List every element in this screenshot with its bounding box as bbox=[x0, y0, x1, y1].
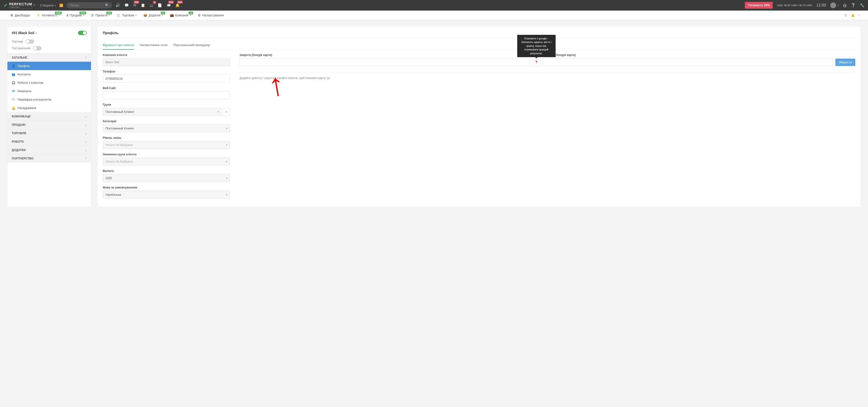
section-trade[interactable]: ТОРГІВЛЯ⌄ bbox=[7, 129, 91, 137]
wrench-icon[interactable]: 🔧 bbox=[860, 3, 864, 7]
discount-label: Знижкова група клієнта bbox=[103, 153, 230, 156]
doc-icon[interactable]: 📄 bbox=[157, 3, 162, 7]
groups-select[interactable]: Постоянный Клиент ▾ bbox=[103, 108, 221, 116]
section-addons-label: ДОДАТКИ bbox=[12, 148, 26, 152]
readiness-button[interactable]: Готовність 20% bbox=[745, 2, 773, 9]
stats-icon[interactable]: 📶 bbox=[59, 4, 63, 7]
power-icon[interactable]: ⏻ bbox=[843, 3, 847, 7]
lat-input[interactable] bbox=[240, 58, 530, 66]
chevron-up-icon: ⌃ bbox=[85, 56, 87, 59]
clipboard-icon[interactable]: 📋 bbox=[141, 3, 145, 7]
phone-input[interactable] bbox=[103, 75, 230, 83]
google-tooltip: Отримати з google - Заповніть адресу, мі… bbox=[517, 35, 556, 57]
thumbs-icon[interactable]: 👍 bbox=[851, 13, 855, 17]
search-input[interactable]: Пошук... 🔍 bbox=[66, 2, 112, 8]
chevron-down-icon: ▾ bbox=[55, 4, 56, 7]
logo-reg: ® bbox=[34, 4, 35, 6]
partner-toggle[interactable] bbox=[26, 39, 34, 44]
tasks-icon[interactable]: 🗂 4 bbox=[150, 3, 153, 7]
nav-trade[interactable]: 🛒 Торгівля ▾ bbox=[114, 13, 140, 17]
tab-custom-field[interactable]: Налаштоване поле bbox=[140, 41, 167, 50]
groups-value: Постоянный Клиент bbox=[105, 110, 134, 114]
menu-contacts[interactable]: 👥 Контакти bbox=[7, 70, 91, 79]
knowledge-select[interactable]: Нічого Не Вибрано ▾ bbox=[103, 141, 230, 149]
menu-counterparty-label: Перевірка контрагентів bbox=[18, 98, 51, 101]
fetch-google-button[interactable]: 📍 Отримати з google - Заповніть адресу, … bbox=[532, 59, 540, 66]
menu-contacts-label: Контакти bbox=[18, 72, 30, 76]
nav-label: Компанія bbox=[175, 13, 188, 17]
nav-badge: 1693 bbox=[55, 11, 62, 14]
lon-input[interactable] bbox=[543, 58, 833, 66]
lon-label: Довгота (Google карти) bbox=[543, 53, 833, 57]
shield-icon: 🛡 bbox=[12, 98, 15, 101]
nav-company[interactable]: 💼 Компанія ▾ 18 bbox=[167, 13, 194, 17]
nav-dashboards[interactable]: 🖥 Дашборди bbox=[7, 13, 33, 17]
stack-icon[interactable]: ☰ bbox=[844, 13, 847, 17]
sidebar-header: #51 Black Soil ▾ bbox=[7, 31, 91, 38]
nav-badge: 22 bbox=[161, 11, 165, 14]
menu-profile[interactable]: 👤 Профіль bbox=[7, 62, 91, 70]
user-menu[interactable]: ▾ bbox=[830, 2, 839, 8]
add-group-button[interactable]: + bbox=[223, 108, 230, 116]
company-input bbox=[103, 58, 230, 66]
tab-personal-manager[interactable]: Персональний менеджер bbox=[173, 41, 210, 50]
help-icon[interactable]: ❔ bbox=[851, 3, 856, 7]
menu-reminders-label: Нагадування bbox=[18, 106, 36, 110]
menu-work[interactable]: 🎧 Робота з клієнтом bbox=[7, 79, 91, 87]
website-input[interactable] bbox=[103, 91, 230, 99]
chevron-down-icon: ⌄ bbox=[85, 115, 87, 118]
category-select[interactable]: Постоянный Клиент ▾ bbox=[103, 124, 230, 132]
section-general[interactable]: ЗАГАЛЬНЕ ⌃ bbox=[7, 53, 91, 62]
topbar: ✔ PERFECTUM CRM+ERP ® Створити ▾ 📶 Пошук… bbox=[0, 0, 868, 10]
main-panel: Профіль Відомості про клієнта Налаштован… bbox=[97, 26, 861, 207]
groups-label: Групи bbox=[103, 103, 230, 106]
menu-reminders[interactable]: 🔔 Нагадування bbox=[7, 104, 91, 112]
clock-label: 11:00 bbox=[816, 3, 826, 7]
monitor-icon: 🖥 bbox=[10, 13, 13, 17]
nav-projects[interactable]: ☰ Проєкти ▾ 220 bbox=[88, 13, 113, 17]
nav-activities[interactable]: ⚡ Активності ▾ 1693 bbox=[34, 13, 63, 17]
section-work[interactable]: РОБОТА⌄ bbox=[7, 137, 91, 146]
client-title[interactable]: #51 Black Soil ▾ bbox=[12, 31, 37, 35]
nav-settings[interactable]: ⚙ Налаштування bbox=[195, 13, 227, 17]
active-toggle[interactable] bbox=[78, 31, 87, 35]
tab-client-info[interactable]: Відомості про клієнта bbox=[103, 41, 134, 50]
save-button[interactable]: Зберегти bbox=[835, 59, 855, 66]
mail-icon[interactable]: ✉ 232 bbox=[133, 3, 136, 7]
phone-label: Телефон bbox=[103, 70, 230, 73]
section-addons[interactable]: ДОДАТКИ⌄ bbox=[7, 146, 91, 154]
lang-value: Українська bbox=[105, 193, 121, 196]
section-sales[interactable]: ПРОДАЖІ⌄ bbox=[7, 121, 91, 129]
lat-label: Широта (Google карти) bbox=[240, 53, 530, 57]
section-comm[interactable]: КОМУНІКАЦІЇ⌄ bbox=[7, 112, 91, 121]
knowledge-label: Рівень знань bbox=[103, 136, 230, 139]
supplier-toggle[interactable] bbox=[33, 46, 41, 51]
bell-icon[interactable]: 🔔 543 bbox=[175, 3, 180, 7]
discount-select[interactable]: Нічого Не Вибрано ▾ bbox=[103, 158, 230, 165]
inbox-icon[interactable]: 📨 914 bbox=[166, 3, 171, 7]
lang-select[interactable]: Українська ▾ bbox=[103, 191, 230, 198]
category-value: Постоянный Клиент bbox=[105, 127, 134, 130]
chevron-up-icon: ⌃ bbox=[85, 157, 87, 160]
partner-row: Партнер bbox=[12, 39, 87, 44]
sidebar-roles: Партнер Постачальник bbox=[7, 38, 91, 53]
chevron-down-icon: ▾ bbox=[838, 4, 839, 7]
menu-counterparty[interactable]: 🛡 Перевірка контрагентів bbox=[7, 95, 91, 104]
currency-select[interactable]: USD ▾ bbox=[103, 174, 230, 182]
star-icon[interactable]: ☆ bbox=[858, 13, 861, 17]
category-label: Категорія bbox=[103, 120, 230, 123]
nav-sales[interactable]: $ Продажі ▾ 1016 bbox=[64, 13, 87, 17]
chat-icon[interactable]: 💬 bbox=[124, 3, 129, 7]
create-menu[interactable]: Створити ▾ bbox=[40, 4, 56, 7]
menu-requisites[interactable]: 🪪 Реквізити bbox=[7, 87, 91, 95]
sidebar: #51 Black Soil ▾ Партнер Постачальник ЗА… bbox=[7, 26, 91, 207]
speaker-icon[interactable]: 🔊 bbox=[116, 3, 120, 7]
nav-badge: 18 bbox=[189, 11, 193, 14]
logo[interactable]: ✔ PERFECTUM CRM+ERP ® bbox=[4, 2, 35, 9]
nav-addons[interactable]: 📦 Додатки ▾ 22 bbox=[141, 13, 166, 17]
form-right: Широта (Google карти) 📍 Отримати з googl… bbox=[240, 53, 855, 202]
briefcase-icon: 💼 bbox=[170, 13, 174, 17]
section-partner[interactable]: ПАРТНЕРСТВО⌃ bbox=[7, 154, 91, 162]
bell-icon: 🔔 bbox=[12, 106, 15, 110]
chevron-down-icon: ⌄ bbox=[85, 140, 87, 143]
